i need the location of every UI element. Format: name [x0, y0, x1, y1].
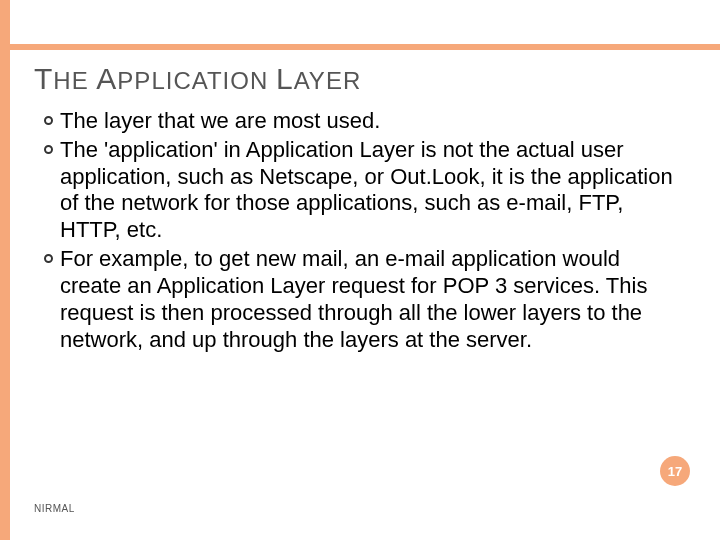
ring-bullet-icon — [44, 116, 53, 125]
title-word3-rest: AYER — [294, 67, 362, 94]
bullet-item: For example, to get new mail, an e-mail … — [44, 246, 686, 353]
title-word1-rest: HE — [53, 67, 88, 94]
accent-stripe-left — [0, 0, 10, 540]
slide: THE APPLICATION LAYER The layer that we … — [0, 0, 720, 540]
accent-stripe-top — [0, 44, 720, 50]
ring-bullet-icon — [44, 145, 53, 154]
bullet-item: The layer that we are most used. — [44, 108, 686, 135]
slide-title: THE APPLICATION LAYER — [34, 62, 690, 96]
page-number-badge: 17 — [660, 456, 690, 486]
bullet-text: The 'application' in Application Layer i… — [60, 137, 673, 242]
bullet-text: For example, to get new mail, an e-mail … — [60, 246, 647, 351]
title-word2-cap: A — [96, 62, 117, 95]
title-word1-cap: T — [34, 62, 53, 95]
title-word2-rest: PPLICATION — [117, 67, 268, 94]
ring-bullet-icon — [44, 254, 53, 263]
bullet-text: The layer that we are most used. — [60, 108, 380, 133]
page-number: 17 — [668, 464, 682, 479]
bullet-item: The 'application' in Application Layer i… — [44, 137, 686, 244]
slide-body: The layer that we are most used. The 'ap… — [44, 108, 686, 355]
title-word3-cap: L — [276, 62, 294, 95]
author-label: NIRMAL — [34, 503, 75, 514]
